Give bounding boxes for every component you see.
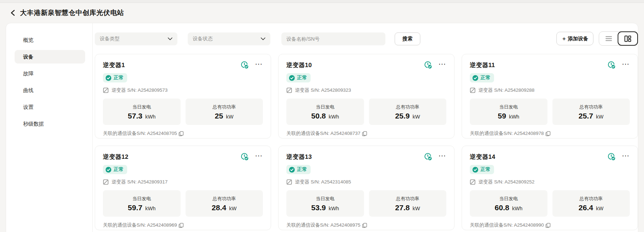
- active-power-unit: kW: [224, 114, 233, 120]
- page-header: 大丰港新泉智慧仓中创库光伏电站: [0, 3, 644, 22]
- more-menu-button[interactable]: ···: [255, 153, 263, 161]
- clock-status-icon: [240, 61, 249, 69]
- energy-today-unit: kWh: [327, 114, 339, 120]
- comm-device-row: 关联的通信设备S/N: A2542408705: [103, 130, 263, 137]
- device-name: 逆变器14: [470, 153, 495, 161]
- inverter-sn-row: 逆变器 S/N: A2542809317: [103, 179, 263, 185]
- sidebar-item-曲线[interactable]: 曲线: [15, 84, 85, 97]
- view-toggle: [599, 31, 638, 46]
- plus-icon: ＋: [561, 35, 567, 42]
- comm-device-row: 关联的通信设备S/N: A2542408990: [470, 222, 630, 228]
- copy-icon[interactable]: [178, 131, 184, 136]
- list-view-icon: [605, 36, 612, 41]
- active-power-value: 25: [215, 112, 223, 120]
- copy-icon[interactable]: [362, 223, 367, 228]
- inverter-icon: [286, 179, 292, 185]
- name-sn-search-field: [281, 32, 385, 45]
- sidebar-item-概览[interactable]: 概览: [15, 33, 85, 47]
- status-badge: 正常: [470, 73, 494, 82]
- sidebar-item-设备[interactable]: 设备: [15, 50, 85, 64]
- comm-device-row: 关联的通信设备S/N: A2542408737: [286, 130, 446, 137]
- clock-status-icon: [607, 152, 616, 161]
- card-view-button[interactable]: [618, 31, 638, 46]
- energy-today-unit: kWh: [327, 206, 339, 211]
- sidebar-item-设置[interactable]: 设置: [15, 100, 85, 114]
- check-circle-icon: [105, 167, 111, 173]
- energy-today-value: 59.7: [128, 203, 142, 212]
- check-circle-icon: [472, 75, 478, 81]
- active-power-stat: 总有功功率 26.4 kW: [552, 190, 630, 217]
- active-power-stat: 总有功功率 25 kW: [186, 99, 263, 125]
- status-text: 正常: [481, 166, 490, 173]
- device-type-select[interactable]: 设备类型: [95, 32, 177, 45]
- active-power-label: 总有功功率: [580, 196, 603, 202]
- comm-device-sn: A2542408990: [514, 222, 544, 228]
- sidebar-item-label: 秒级数据: [23, 121, 44, 127]
- sidebar-item-故障[interactable]: 故障: [15, 67, 85, 80]
- inverter-sn: A2542314085: [321, 179, 351, 185]
- copy-icon[interactable]: [545, 223, 551, 228]
- device-name: 逆变器10: [286, 61, 312, 69]
- inverter-icon: [103, 179, 109, 185]
- chevron-down-icon: [168, 37, 172, 40]
- energy-today-label: 当日发电: [499, 104, 518, 110]
- inverter-sn: A2542809323: [321, 87, 351, 93]
- add-device-button[interactable]: ＋ 添加设备: [556, 32, 593, 45]
- more-menu-button[interactable]: ···: [255, 61, 263, 69]
- copy-icon[interactable]: [178, 223, 184, 228]
- card-view-icon: [624, 35, 632, 42]
- energy-today-stat: 当日发电 59.7 kWh: [103, 190, 181, 217]
- main-panel: 概览 设备 故障 曲线 设置 秒级数据 设备类型 设备状态: [6, 23, 638, 232]
- inverter-sn: A2542809288: [505, 87, 535, 93]
- check-circle-icon: [289, 75, 295, 81]
- status-badge: 正常: [103, 73, 127, 82]
- sidebar-item-秒级数据[interactable]: 秒级数据: [15, 117, 85, 131]
- active-power-label: 总有功功率: [396, 104, 419, 110]
- device-status-placeholder: 设备状态: [193, 36, 213, 42]
- inverter-icon: [103, 87, 109, 93]
- inverter-sn: A2542809317: [138, 179, 168, 185]
- device-status-select[interactable]: 设备状态: [188, 32, 270, 45]
- check-circle-icon: [289, 167, 295, 173]
- inverter-sn: A2542809573: [138, 87, 168, 93]
- list-view-button[interactable]: [599, 32, 618, 45]
- status-text: 正常: [297, 75, 307, 81]
- energy-today-unit: kWh: [144, 206, 156, 211]
- inverter-icon: [470, 179, 476, 185]
- inverter-sn-row: 逆变器 S/N: A2542809252: [470, 179, 630, 185]
- energy-today-stat: 当日发电 53.9 kWh: [286, 190, 364, 217]
- active-power-label: 总有功功率: [213, 104, 236, 110]
- comm-device-row: 关联的通信设备S/N: A2542408978: [470, 130, 630, 137]
- name-sn-search-input[interactable]: [286, 36, 380, 42]
- inverter-sn: A2542809252: [505, 179, 535, 185]
- comm-device-sn: A2542408737: [331, 131, 360, 136]
- comm-device-sn: A2542408978: [514, 131, 544, 136]
- copy-icon[interactable]: [362, 131, 367, 136]
- clock-status-icon: [424, 152, 432, 161]
- clock-status-icon: [240, 152, 249, 161]
- energy-today-value: 50.8: [311, 112, 326, 120]
- device-card: 逆变器10 ···: [278, 54, 455, 138]
- energy-today-stat: 当日发电 50.8 kWh: [286, 99, 364, 125]
- more-menu-button[interactable]: ···: [439, 153, 446, 161]
- more-menu-button[interactable]: ···: [622, 61, 630, 69]
- device-type-placeholder: 设备类型: [100, 36, 120, 42]
- sidebar: 概览 设备 故障 曲线 设置 秒级数据: [15, 33, 85, 134]
- status-text: 正常: [297, 166, 307, 173]
- active-power-value: 27.8: [395, 203, 410, 212]
- status-badge: 正常: [286, 73, 311, 82]
- status-text: 正常: [114, 166, 124, 173]
- back-button[interactable]: [8, 8, 18, 18]
- window-top-strip: [0, 0, 644, 3]
- copy-icon[interactable]: [545, 131, 551, 136]
- energy-today-unit: kWh: [511, 206, 523, 211]
- more-menu-button[interactable]: ···: [439, 61, 446, 69]
- energy-today-stat: 当日发电 60.8 kWh: [470, 190, 547, 217]
- status-text: 正常: [481, 75, 490, 81]
- search-button[interactable]: 搜索: [395, 32, 420, 45]
- device-card: 逆变器14 ···: [462, 146, 638, 230]
- chevron-left-icon: [10, 10, 16, 16]
- active-power-unit: kW: [411, 206, 420, 211]
- more-menu-button[interactable]: ···: [622, 153, 630, 161]
- energy-today-value: 53.9: [311, 203, 326, 212]
